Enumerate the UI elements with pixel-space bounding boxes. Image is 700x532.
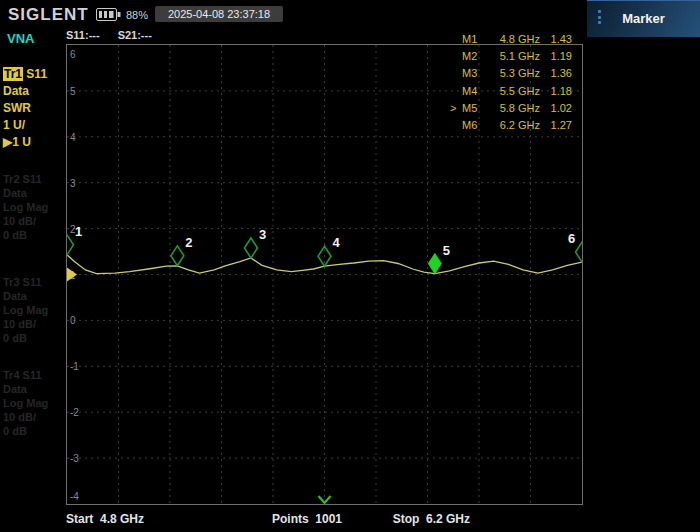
- marker-frequency: 5.1 GHz: [484, 50, 540, 62]
- menu-item-marker-to[interactable]: Marker To›: [587, 350, 700, 410]
- dropdown-arrow-icon: ▼: [587, 145, 603, 162]
- inactive-trace-line: 10 dB/: [3, 410, 48, 424]
- s21-status: S21:---: [118, 29, 152, 41]
- inactive-trace-line: 0 dB: [3, 424, 48, 438]
- menu-item-label: Marker To: [587, 350, 700, 368]
- menu-item-page-1-2[interactable]: Page 1/2: [587, 478, 700, 532]
- marker-number-label: 5: [443, 243, 450, 258]
- marker-value: 1.18: [540, 85, 572, 97]
- sparam-status-row: S11:---S21:---: [66, 29, 170, 41]
- start-frequency: Start 4.8 GHz: [66, 512, 144, 526]
- vna-screen: SIGLENT 88% 2025-04-08 23:37:18 VNA S11:…: [0, 0, 700, 532]
- marker-value: 1.36: [540, 67, 572, 79]
- marker-table-row: M14.8 GHz1.43: [450, 30, 572, 47]
- inactive-trace-info: Tr2 S11DataLog Mag10 dB/0 dB: [3, 172, 48, 242]
- timestamp: 2025-04-08 23:37:18: [155, 6, 283, 22]
- inactive-trace-line: Data: [3, 186, 48, 200]
- stop-frequency: Stop 6.2 GHz: [393, 512, 470, 526]
- menu-item-value: 5.8 GHz: [587, 246, 700, 264]
- inactive-trace-line: Data: [3, 382, 48, 396]
- marker-value: 1.43: [540, 33, 572, 45]
- inactive-trace-title: Tr2 S11: [3, 172, 48, 186]
- marker-4-diamond-icon[interactable]: 4: [318, 235, 341, 266]
- menu-item-blank[interactable]: [587, 412, 700, 476]
- active-trace-line: ▶1 U: [3, 134, 47, 151]
- swr-trace: [67, 255, 582, 274]
- marker-2-diamond-icon[interactable]: 2: [171, 235, 193, 266]
- softkey-menu: Marker Select MarkerMarker 5▼Select Trac…: [587, 0, 700, 532]
- inactive-trace-line: Log Mag: [3, 200, 48, 214]
- marker-table-row: M66.2 GHz1.27: [450, 116, 572, 133]
- active-trace-info: Tr1 S11 DataSWR1 U/▶1 U: [3, 66, 47, 151]
- marker-number-label: 2: [185, 235, 192, 250]
- inactive-trace-line: Log Mag: [3, 396, 48, 410]
- submenu-arrow-icon: ›: [587, 368, 592, 385]
- menu-item-marker-type[interactable]: Marker TypeNormal▼: [587, 168, 700, 226]
- menu-title: Marker: [587, 0, 700, 37]
- menu-item-label: Page 1/2: [587, 478, 700, 496]
- trace-number-chip: Tr1: [3, 67, 23, 81]
- menu-item-peak[interactable]: Peak: [587, 292, 700, 348]
- menu-item-label: Select Trace: [587, 109, 700, 127]
- y-tick-label: -1: [70, 361, 79, 372]
- menu-item-marker-freq[interactable]: Marker Freq5.8 GHz: [587, 228, 700, 290]
- inactive-trace-title: Tr3 S11: [3, 275, 48, 289]
- active-trace-line: SWR: [3, 100, 47, 117]
- menu-item-select-marker[interactable]: Select MarkerMarker 5▼: [587, 39, 700, 107]
- menu-item-label: Peak: [587, 292, 700, 310]
- active-trace-line: 1 U/: [3, 117, 47, 134]
- y-tick-label: 3: [70, 178, 76, 189]
- marker-6-diamond-icon[interactable]: 6: [568, 231, 582, 262]
- battery-icon: [96, 8, 122, 21]
- top-status-bar: SIGLENT 88% 2025-04-08 23:37:18: [0, 0, 587, 28]
- menu-header: Marker: [587, 0, 700, 37]
- inactive-trace-info: Tr3 S11DataLog Mag10 dB/0 dB: [3, 275, 48, 345]
- marker-frequency: 5.5 GHz: [484, 85, 540, 97]
- inactive-trace-line: 10 dB/: [3, 317, 48, 331]
- brand-logo: SIGLENT: [8, 5, 89, 25]
- inactive-trace-line: Log Mag: [3, 303, 48, 317]
- dropdown-arrow-icon: ▼: [587, 204, 603, 221]
- y-tick-label: -2: [70, 407, 79, 418]
- menu-item-value: Marker 5: [587, 57, 700, 75]
- inactive-trace-line: Data: [3, 289, 48, 303]
- y-tick-label: -4: [70, 491, 79, 502]
- marker-table-row: >M55.8 GHz1.02: [450, 99, 572, 116]
- inactive-trace-title: Tr4 S11: [3, 368, 48, 382]
- menu-item-value: Trace 1: [587, 127, 700, 145]
- y-tick-label: -3: [70, 453, 79, 464]
- marker-table-row: M45.5 GHz1.18: [450, 82, 572, 99]
- menu-item-select-trace[interactable]: Select TraceTrace 1▼: [587, 109, 700, 166]
- sweep-points: Points 1001: [272, 512, 342, 526]
- marker-frequency: 5.8 GHz: [484, 102, 540, 114]
- marker-frequency: 4.8 GHz: [484, 33, 540, 45]
- marker-readout-table: M14.8 GHz1.43M25.1 GHz1.19M35.3 GHz1.36M…: [450, 30, 572, 134]
- marker-value: 1.27: [540, 119, 572, 131]
- marker-name: M2: [462, 50, 484, 62]
- marker-number-label: 1: [75, 224, 82, 239]
- dropdown-arrow-icon: ▼: [587, 75, 603, 92]
- menu-item-label: Marker Type: [587, 168, 700, 186]
- marker-number-label: 4: [333, 235, 341, 250]
- sweep-info-bar: Start 4.8 GHz Points 1001 Stop 6.2 GHz: [0, 512, 587, 532]
- battery-percent: 88%: [126, 9, 148, 21]
- marker-frequency: 6.2 GHz: [484, 119, 540, 131]
- menu-item-label: Select Marker: [587, 39, 700, 57]
- marker-value: 1.19: [540, 50, 572, 62]
- marker-number-label: 3: [259, 227, 266, 242]
- marker-name: M3: [462, 67, 484, 79]
- y-tick-label: 4: [70, 132, 76, 143]
- y-tick-label: 6: [70, 49, 76, 60]
- y-tick-label: 5: [70, 86, 76, 97]
- marker-5-diamond-icon[interactable]: 5: [428, 243, 450, 274]
- marker-name: M1: [462, 33, 484, 45]
- marker-table-row: M35.3 GHz1.36: [450, 65, 572, 82]
- y-tick-label: 0: [70, 315, 76, 326]
- inactive-trace-line: 10 dB/: [3, 214, 48, 228]
- inactive-trace-line: 0 dB: [3, 331, 48, 345]
- bottom-freq-tick-icon: [319, 496, 331, 503]
- active-marker-indicator: >: [450, 102, 462, 114]
- marker-table-row: M25.1 GHz1.19: [450, 47, 572, 64]
- marker-3-diamond-icon[interactable]: 3: [244, 227, 266, 258]
- marker-name: M5: [462, 102, 484, 114]
